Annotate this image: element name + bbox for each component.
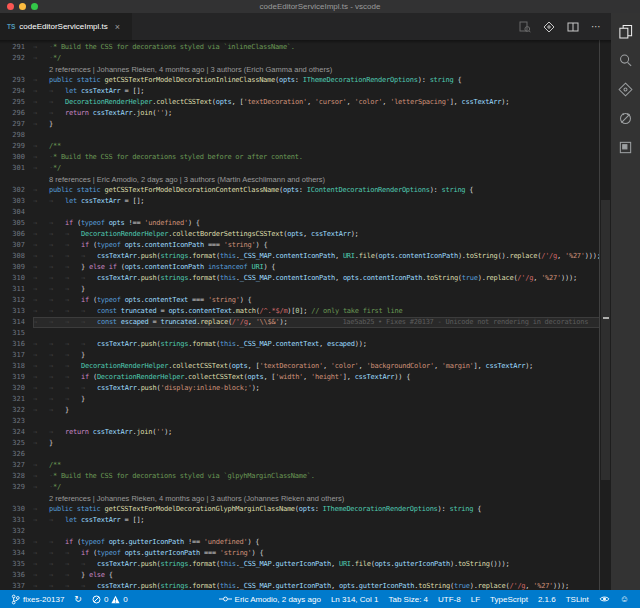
open-changes-icon[interactable] xyxy=(518,20,531,33)
code-line[interactable]: 310→→→→cssTextArr.push(strings.format(th… xyxy=(0,273,600,284)
code-line[interactable]: 306→→→DecorationRenderHelper.collectBord… xyxy=(0,229,600,240)
tab-whitespace-icon: → xyxy=(33,537,49,548)
code-line[interactable]: 331→→let cssTextArr = []; xyxy=(0,515,600,526)
feedback-smiley-icon[interactable]: ☺ xyxy=(615,595,634,604)
code-line[interactable]: 322→→} xyxy=(0,405,600,416)
git-branch-item[interactable]: fixes-20137 xyxy=(6,594,69,605)
code-line[interactable]: 298 xyxy=(0,130,600,141)
code-line[interactable]: 313→→→→const truncated = opts.contentTex… xyxy=(0,306,600,317)
tab-whitespace-icon: → xyxy=(33,361,49,372)
code-line[interactable]: 307→→→if (typeof opts.contentIconPath ==… xyxy=(0,240,600,251)
tab-whitespace-icon: → xyxy=(33,482,49,493)
tab-close-icon[interactable]: × xyxy=(115,22,120,32)
code-line[interactable]: 314→→→→const escaped = truncated.replace… xyxy=(0,317,600,328)
code-line[interactable]: 336→→→} else { xyxy=(0,570,600,581)
cursor-position-item[interactable]: Ln 314, Col 1 xyxy=(326,595,384,604)
code-line[interactable]: 299→/** xyxy=(0,141,600,152)
code-line[interactable]: 335→→→→cssTextArr.push(strings.format(th… xyxy=(0,559,600,570)
linter-item[interactable]: TSLint xyxy=(561,595,594,604)
code-line[interactable]: 326 xyxy=(0,449,600,460)
code-line[interactable]: 317→→→} xyxy=(0,350,600,361)
code-token: ( xyxy=(89,296,97,304)
codelens-line[interactable]: 8 references | Eric Amodio, 2 days ago |… xyxy=(0,174,600,185)
encoding-item[interactable]: UTF-8 xyxy=(433,595,466,604)
code-line[interactable]: 296→→return cssTextArr.join(''); xyxy=(0,108,600,119)
code-line[interactable]: 304 xyxy=(0,207,600,218)
code-line[interactable]: 311→→→} xyxy=(0,284,600,295)
code-line[interactable]: 325→} xyxy=(0,438,600,449)
code-line[interactable]: 318→→→DecorationRenderHelper.collectCSST… xyxy=(0,361,600,372)
codelens-line[interactable]: 2 references | Johannes Rieken, 4 months… xyxy=(0,64,600,75)
code-line[interactable]: 294→→let cssTextArr = []; xyxy=(0,86,600,97)
codelens-line[interactable]: 2 references | Johannes Rieken, 4 months… xyxy=(0,493,600,504)
code-token: , [ xyxy=(263,373,275,381)
blame-toggle-item[interactable] xyxy=(594,595,615,603)
debug-icon[interactable] xyxy=(618,110,634,126)
minimize-window-button[interactable] xyxy=(19,3,26,10)
code-text xyxy=(33,449,600,460)
code-line[interactable]: 308→→→→cssTextArr.push(strings.format(th… xyxy=(0,251,600,262)
code-line[interactable]: 295→→DecorationRenderHelper.collectCSSTe… xyxy=(0,97,600,108)
tab-whitespace-icon: → xyxy=(81,559,97,570)
codelens-text[interactable]: 8 references | Eric Amodio, 2 days ago |… xyxy=(49,174,600,185)
extensions-icon[interactable] xyxy=(618,139,634,155)
eol-item[interactable]: LF xyxy=(466,595,485,604)
scrollbar-thumb[interactable] xyxy=(601,200,610,480)
code-text: →→→→cssTextArr.push(strings.format(this.… xyxy=(33,251,600,262)
code-line[interactable]: 328→·* Build the CSS for decorations sty… xyxy=(0,471,600,482)
code-line[interactable]: 329→·*/ xyxy=(0,482,600,493)
code-line[interactable]: 315 xyxy=(0,328,600,339)
tab-size-item[interactable]: Tab Size: 4 xyxy=(383,595,433,604)
search-icon[interactable] xyxy=(618,52,634,68)
language-item[interactable]: TypeScript xyxy=(485,595,533,604)
git-sync-item[interactable]: ↻ xyxy=(69,595,87,604)
code-line[interactable]: 300→·* Build the CSS for decorations sty… xyxy=(0,152,600,163)
code-line[interactable]: 337→→→→cssTextArr.push(strings.format(th… xyxy=(0,581,600,590)
code-line[interactable]: 323 xyxy=(0,416,600,427)
code-line[interactable]: 324→→return cssTextArr.join(''); xyxy=(0,427,600,438)
tab-whitespace-icon: → xyxy=(49,570,65,581)
editor[interactable]: 291→·* Build the CSS for decorations sty… xyxy=(0,40,611,590)
codelens-text[interactable]: 2 references | Johannes Rieken, 4 months… xyxy=(49,493,600,504)
gitlens-icon[interactable] xyxy=(542,20,555,33)
more-actions-icon[interactable]: ⋯ xyxy=(590,20,603,33)
explorer-icon[interactable] xyxy=(618,23,634,39)
code-token: opts xyxy=(379,252,395,260)
code-line[interactable]: 305→→if (typeof opts !== 'undefined') { xyxy=(0,218,600,229)
code-line[interactable]: 303→→let cssTextArr = []; xyxy=(0,196,600,207)
code-line[interactable]: 302→public static getCSSTextForModelDeco… xyxy=(0,185,600,196)
code-area[interactable]: 291→·* Build the CSS for decorations sty… xyxy=(0,42,600,590)
problems-item[interactable]: 0 0 xyxy=(87,595,133,604)
editor-scrollbar[interactable] xyxy=(599,40,611,590)
code-text: →public static getCSSTextForModelDecorat… xyxy=(33,504,600,515)
ts-version-item[interactable]: 2.1.6 xyxy=(533,595,561,604)
code-line[interactable]: 330→public static getCSSTextForModelDeco… xyxy=(0,504,600,515)
tab-whitespace-icon: → xyxy=(49,262,65,273)
code-token: if xyxy=(81,241,89,249)
code-token: this xyxy=(220,274,236,282)
commit-icon xyxy=(219,595,232,603)
source-control-icon[interactable] xyxy=(618,81,634,97)
code-line[interactable]: 319→→→if (DecorationRenderHelper.collect… xyxy=(0,372,600,383)
tab-code-editor-service-impl[interactable]: TS codeEditorServiceImpl.ts × xyxy=(0,13,132,40)
codelens-text[interactable]: 2 references | Johannes Rieken, 4 months… xyxy=(49,64,600,75)
code-line[interactable]: 293→public static getCSSTextForModelDeco… xyxy=(0,75,600,86)
code-line[interactable]: 327→/** xyxy=(0,460,600,471)
split-editor-icon[interactable] xyxy=(566,20,579,33)
tab-whitespace-icon: → xyxy=(49,537,65,548)
code-line[interactable]: 320→→→→cssTextArr.push('display:inline-b… xyxy=(0,383,600,394)
blame-item[interactable]: Eric Amodio, 2 days ago xyxy=(214,595,326,604)
maximize-window-button[interactable] xyxy=(31,3,38,10)
code-line[interactable]: 334→→→if (typeof opts.gutterIconPath ===… xyxy=(0,548,600,559)
code-line[interactable]: 312→→→if (typeof opts.contentText === 's… xyxy=(0,295,600,306)
code-line[interactable]: 297→} xyxy=(0,119,600,130)
close-window-button[interactable] xyxy=(7,3,14,10)
code-line[interactable]: 333→→if (typeof opts.gutterIconPath !== … xyxy=(0,537,600,548)
code-line[interactable]: 316→→→→cssTextArr.push(strings.format(th… xyxy=(0,339,600,350)
code-line[interactable]: 321→→→} xyxy=(0,394,600,405)
code-line[interactable]: 291→·* Build the CSS for decorations sty… xyxy=(0,42,600,53)
code-line[interactable]: 292→·*/ xyxy=(0,53,600,64)
code-line[interactable]: 332 xyxy=(0,526,600,537)
code-line[interactable]: 301→·*/ xyxy=(0,163,600,174)
code-line[interactable]: 309→→→} else if (opts.contentIconPath in… xyxy=(0,262,600,273)
